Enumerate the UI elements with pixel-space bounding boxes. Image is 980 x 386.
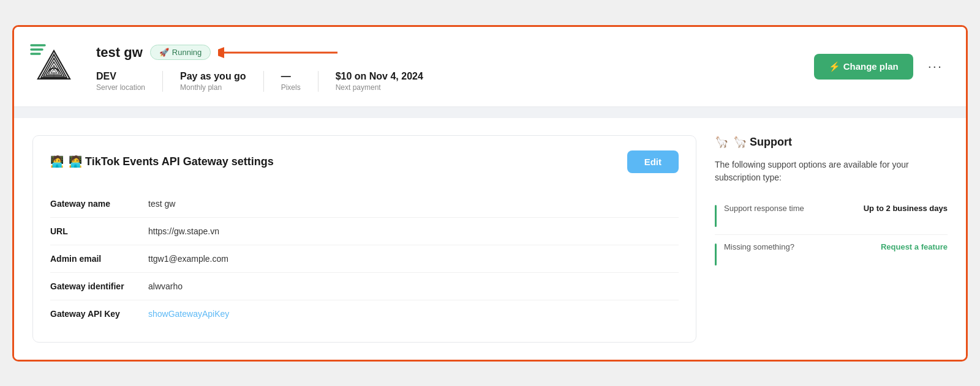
meta-pixels-label: Pixels — [281, 83, 301, 92]
page-container: test gw 🚀 Running — [12, 25, 968, 362]
support-title: 🦙 🦙 Support — [715, 135, 948, 149]
meta-next-payment: $10 on Nov 4, 2024 Next payment — [336, 71, 440, 92]
title-row: test gw 🚀 Running — [96, 42, 814, 64]
header-info: test gw 🚀 Running — [96, 42, 814, 92]
meta-monthly-plan-label: Monthly plan — [180, 83, 246, 92]
request-feature-link[interactable]: Request a feature — [881, 242, 948, 251]
show-api-key-link[interactable]: showGatewayApiKey — [148, 309, 229, 319]
support-item-content-2: Missing something? Request a feature — [724, 242, 948, 251]
meta-monthly-plan-value: Pay as you go — [180, 71, 246, 82]
field-key-api-key: Gateway API Key — [50, 300, 148, 327]
support-item-response-time: Support response time Up to 2 business d… — [715, 196, 948, 235]
meta-next-payment-value: $10 on Nov 4, 2024 — [336, 71, 423, 82]
settings-panel-title: 🧑‍💻 🧑‍💻 TikTok Events API Gateway settin… — [50, 155, 274, 168]
change-plan-button[interactable]: ⚡ Change plan — [814, 54, 913, 80]
field-key-url: URL — [50, 217, 148, 245]
support-description: The following support options are availa… — [715, 158, 948, 184]
meta-pixels-value: — — [281, 71, 301, 82]
support-bar-accent-2 — [715, 243, 717, 265]
meta-server-location: DEV Server location — [96, 71, 163, 92]
support-item-content: Support response time Up to 2 business d… — [724, 204, 948, 213]
support-response-time-value: Up to 2 business days — [864, 204, 948, 213]
settings-panel: 🧑‍💻 🧑‍💻 TikTok Events API Gateway settin… — [32, 135, 696, 343]
table-row: URL https://gw.stape.vn — [50, 217, 679, 245]
table-row: Gateway identifier alwvarho — [50, 272, 679, 300]
support-bar-accent — [715, 205, 717, 227]
llama-icon: 🦙 — [715, 135, 728, 149]
gateway-title: test gw — [96, 45, 143, 61]
table-row: Gateway API Key showGatewayApiKey — [50, 300, 679, 327]
support-response-time-label: Support response time — [724, 204, 804, 213]
logo-icon — [26, 39, 81, 94]
more-options-button[interactable]: ··· — [923, 56, 948, 77]
meta-monthly-plan: Pay as you go Monthly plan — [180, 71, 264, 92]
field-key-gateway-name: Gateway name — [50, 190, 148, 218]
table-row: Admin email ttgw1@example.com — [50, 245, 679, 272]
field-value-url: https://gw.stape.vn — [148, 217, 679, 245]
field-value-api-key: showGatewayApiKey — [148, 300, 679, 327]
arrow-icon — [218, 42, 341, 64]
settings-panel-header: 🧑‍💻 🧑‍💻 TikTok Events API Gateway settin… — [50, 150, 679, 173]
edit-button[interactable]: Edit — [627, 150, 679, 173]
meta-server-location-label: Server location — [96, 83, 145, 92]
header-actions: ⚡ Change plan ··· — [814, 54, 948, 80]
meta-pixels: — Pixels — [281, 71, 318, 92]
field-value-gateway-identifier: alwvarho — [148, 272, 679, 300]
meta-next-payment-label: Next payment — [336, 83, 423, 92]
support-item-missing: Missing something? Request a feature — [715, 235, 948, 273]
meta-server-location-value: DEV — [96, 71, 145, 82]
missing-something-label: Missing something? — [724, 242, 794, 251]
main-content: 🧑‍💻 🧑‍💻 TikTok Events API Gateway settin… — [14, 118, 966, 360]
meta-row: DEV Server location Pay as you go Monthl… — [96, 71, 814, 92]
logo-area — [26, 39, 81, 94]
support-panel: 🦙 🦙 Support The following support option… — [715, 135, 948, 343]
field-key-gateway-identifier: Gateway identifier — [50, 272, 148, 300]
header-section: test gw 🚀 Running — [14, 27, 966, 107]
status-badge: 🚀 Running — [150, 45, 211, 60]
settings-table: Gateway name test gw URL https://gw.stap… — [50, 190, 679, 327]
rocket-icon: 🚀 — [159, 48, 169, 57]
settings-icon: 🧑‍💻 — [50, 155, 64, 168]
table-row: Gateway name test gw — [50, 190, 679, 218]
field-key-admin-email: Admin email — [50, 245, 148, 272]
divider-bar — [14, 107, 966, 118]
field-value-admin-email: ttgw1@example.com — [148, 245, 679, 272]
field-value-gateway-name: test gw — [148, 190, 679, 218]
arrow-annotation — [218, 42, 341, 64]
